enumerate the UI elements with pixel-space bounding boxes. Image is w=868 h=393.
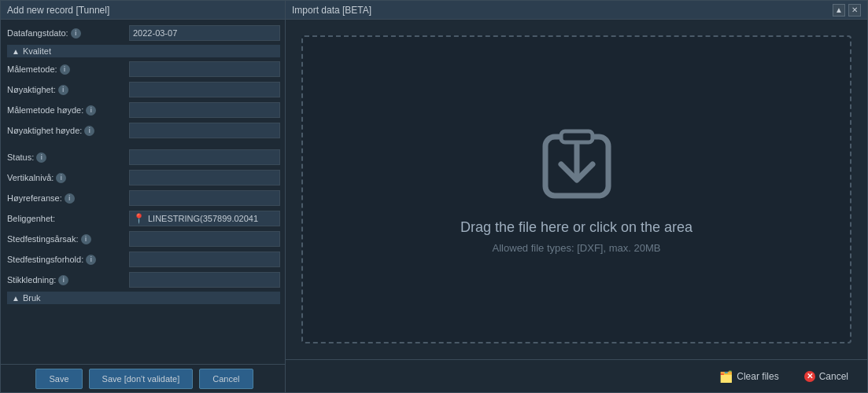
nouyaktighet-row: Nøyaktighet: i xyxy=(7,81,280,98)
datafangst-row: Datafangstdato: i xyxy=(7,24,280,42)
location-icon: 📍 xyxy=(133,213,145,224)
vertikalniva-input[interactable] xyxy=(129,170,280,185)
datafangst-info[interactable]: i xyxy=(71,28,81,39)
stikkledning-label: Stikkledning: i xyxy=(7,275,129,285)
nouyaktighet-hoyde-input[interactable] xyxy=(129,123,280,138)
save-no-validate-button[interactable]: Save [don't validate] xyxy=(89,369,194,389)
right-panel-title: Import data [BETA] xyxy=(292,5,371,16)
malemetode-hoyde-info[interactable]: i xyxy=(86,105,96,116)
left-panel-content: Datafangstdato: i ▲ Kvalitet Målemetode:… xyxy=(1,20,286,392)
titlebar-buttons: ▲ ✕ xyxy=(833,4,861,17)
beliggenhet-label: Beliggenhet: xyxy=(7,214,129,223)
stedfestings-forhold-input[interactable] xyxy=(129,252,280,267)
drop-zone[interactable]: Drag the file here or click on the area … xyxy=(301,35,851,343)
right-panel: Import data [BETA] ▲ ✕ Drag the file her… xyxy=(285,0,868,393)
stikkledning-row: Stikkledning: i xyxy=(7,271,280,288)
stedfestings-arsak-info[interactable]: i xyxy=(81,234,91,244)
beliggenhet-value[interactable]: 📍 LINESTRING(357899.02041 xyxy=(129,211,280,226)
status-row: Status: i xyxy=(7,149,280,166)
malemetode-hoyde-label: Målemetode høyde: i xyxy=(7,105,129,116)
nouyaktighet-hoyde-label: Nøyaktighet høyde: i xyxy=(7,126,129,136)
clear-files-icon: 🗂️ xyxy=(719,370,733,383)
nouyaktighet-hoyde-info[interactable]: i xyxy=(84,126,94,136)
hoyreferanse-row: Høyreferanse: i xyxy=(7,189,280,207)
vertikalniva-label: Vertikalnivå: i xyxy=(7,173,129,183)
cancel-button[interactable]: Cancel xyxy=(199,369,253,389)
datafangst-input[interactable] xyxy=(129,25,280,41)
datafangst-label: Datafangstdato: i xyxy=(7,28,129,39)
close-button[interactable]: ✕ xyxy=(848,4,861,17)
left-panel: Add new record [Tunnel] Datafangstdato: … xyxy=(0,0,287,393)
cancel-circle-icon: ✕ xyxy=(804,371,815,382)
malemetode-info[interactable]: i xyxy=(60,64,70,75)
drop-icon xyxy=(537,125,616,204)
kvalitet-arrow: ▲ xyxy=(12,47,20,56)
kvalitet-section-header[interactable]: ▲ Kvalitet xyxy=(7,45,280,57)
malemetode-input[interactable] xyxy=(129,61,280,77)
cancel-import-button[interactable]: ✕ Cancel xyxy=(795,366,858,387)
clear-files-button[interactable]: 🗂️ Clear files xyxy=(710,366,788,387)
save-button[interactable]: Save xyxy=(35,369,82,389)
status-info[interactable]: i xyxy=(36,152,46,163)
restore-button[interactable]: ▲ xyxy=(833,4,845,17)
kvalitet-label: Kvalitet xyxy=(23,46,51,56)
nouyaktighet-hoyde-row: Nøyaktighet høyde: i xyxy=(7,122,280,139)
status-label: Status: i xyxy=(7,152,129,163)
vertikalniva-row: Vertikalnivå: i xyxy=(7,169,280,186)
stikkledning-input[interactable] xyxy=(129,272,280,288)
drop-sub-text: Allowed file types: [DXF], max. 20MB xyxy=(493,242,661,254)
malemetode-row: Målemetode: i xyxy=(7,61,280,78)
cancel-import-label: Cancel xyxy=(819,371,848,382)
drop-main-text: Drag the file here or click on the area xyxy=(460,219,693,236)
hoyreferanse-input[interactable] xyxy=(129,190,280,206)
clear-files-label: Clear files xyxy=(737,371,778,382)
malemetode-hoyde-input[interactable] xyxy=(129,102,280,118)
stedfestings-arsak-row: Stedfestingsårsak: i xyxy=(7,230,280,248)
nouyaktighet-info[interactable]: i xyxy=(58,85,68,95)
beliggenhet-row: Beliggenhet: 📍 LINESTRING(357899.02041 xyxy=(7,210,280,227)
right-bottom-bar: 🗂️ Clear files ✕ Cancel xyxy=(286,359,867,392)
bruk-label: Bruk xyxy=(23,293,41,303)
stedfestings-forhold-row: Stedfestingsforhold: i xyxy=(7,251,280,268)
bruk-arrow: ▲ xyxy=(12,294,20,303)
vertikalniva-info[interactable]: i xyxy=(56,173,66,183)
left-panel-title: Add new record [Tunnel] xyxy=(7,5,109,16)
left-bottom-bar: Save Save [don't validate] Cancel xyxy=(1,364,288,392)
left-panel-titlebar: Add new record [Tunnel] xyxy=(1,1,286,20)
bruk-section-header[interactable]: ▲ Bruk xyxy=(7,292,280,304)
nouyaktighet-label: Nøyaktighet: i xyxy=(7,85,129,95)
malemetode-label: Målemetode: i xyxy=(7,64,129,75)
stedfestings-forhold-info[interactable]: i xyxy=(86,255,96,265)
malemetode-hoyde-row: Målemetode høyde: i xyxy=(7,101,280,119)
right-panel-titlebar: Import data [BETA] ▲ ✕ xyxy=(286,1,867,20)
stikkledning-info[interactable]: i xyxy=(58,275,68,285)
nouyaktighet-input[interactable] xyxy=(129,82,280,97)
hoyreferanse-info[interactable]: i xyxy=(65,193,75,204)
stedfestings-arsak-input[interactable] xyxy=(129,231,280,247)
stedfestings-arsak-label: Stedfestingsårsak: i xyxy=(7,234,129,244)
status-input[interactable] xyxy=(129,149,280,165)
hoyreferanse-label: Høyreferanse: i xyxy=(7,193,129,204)
stedfestings-forhold-label: Stedfestingsforhold: i xyxy=(7,255,129,265)
